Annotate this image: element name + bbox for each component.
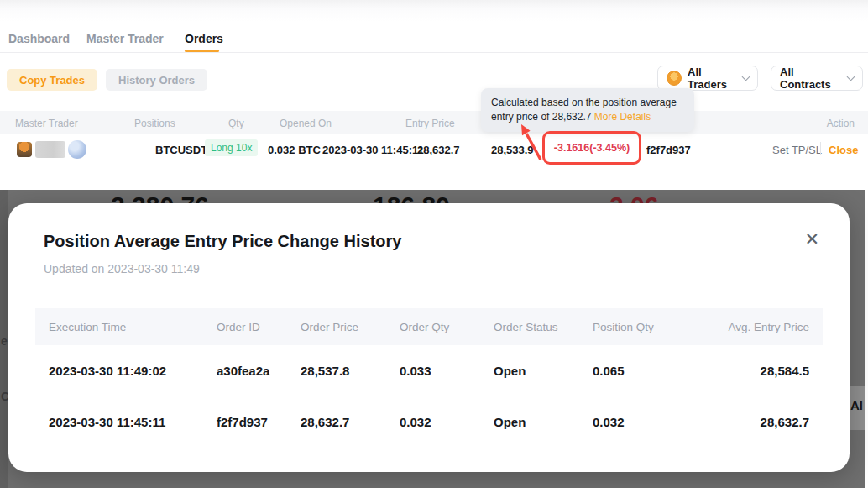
order-qty: 0.033 bbox=[386, 345, 480, 396]
entry-price-history-modal: Position Average Entry Price Change Hist… bbox=[8, 203, 850, 472]
order-price: 28,537.8 bbox=[287, 345, 386, 396]
modal-title: Position Average Entry Price Change Hist… bbox=[44, 232, 401, 251]
history-table-header: Execution Time Order ID Order Price Orde… bbox=[35, 308, 823, 345]
top-shadow bbox=[0, 0, 868, 22]
avg-entry-price: 28,632.7 bbox=[705, 396, 823, 448]
active-tab-underline bbox=[185, 50, 219, 52]
pnl-value: -3.1616(-3.45%) bbox=[554, 142, 630, 154]
annotation-arrow-icon bbox=[510, 119, 551, 165]
entry-price: 28,632.7 bbox=[417, 144, 460, 156]
all-contracts-dropdown[interactable]: All Contracts bbox=[771, 66, 863, 91]
chevron-down-icon bbox=[742, 72, 750, 81]
modal-overlay[interactable]: 2,280.76 USDT 186.80 USDT -2.06 USDT e C… bbox=[0, 190, 868, 488]
all-traders-dropdown[interactable]: All Traders bbox=[657, 66, 758, 91]
close-position-button[interactable]: Close bbox=[829, 144, 858, 156]
table-row: 2023-03-30 11:49:02 a30fea2a 28,537.8 0.… bbox=[35, 345, 823, 396]
trader-avatar-icon bbox=[667, 71, 682, 86]
history-table: Execution Time Order ID Order Price Orde… bbox=[35, 308, 823, 448]
opened-on: 2023-03-30 11:45:11 bbox=[322, 144, 424, 156]
action-divider bbox=[820, 142, 821, 155]
col-qty: Qty bbox=[228, 118, 244, 129]
edge-fragment-right: Al bbox=[850, 398, 863, 412]
col-opened-on: Opened On bbox=[280, 118, 332, 129]
edge-fragment-left-1: e bbox=[1, 334, 8, 348]
order-no: f2f7d937 bbox=[646, 144, 691, 156]
order-id: f2f7d937 bbox=[203, 396, 287, 448]
col-order-status: Order Status bbox=[480, 308, 579, 345]
set-tpsl-button[interactable]: Set TP/SL bbox=[772, 144, 822, 156]
screen: Dashboard Master Trader Orders Copy Trad… bbox=[0, 0, 868, 488]
copy-trades-button[interactable]: Copy Trades bbox=[7, 69, 97, 91]
col-avg-entry-price: Avg. Entry Price bbox=[705, 308, 823, 345]
more-details-link[interactable]: More Details bbox=[594, 111, 651, 123]
master-trader-name-redacted bbox=[35, 141, 65, 158]
scrollbar-gutter bbox=[865, 190, 868, 488]
globe-icon bbox=[68, 140, 86, 159]
symbol: BTCUSDT bbox=[155, 144, 207, 156]
order-id: a30fea2a bbox=[203, 345, 287, 396]
tabs-divider bbox=[0, 52, 868, 53]
execution-time: 2023-03-30 11:45:11 bbox=[35, 396, 203, 448]
master-trader-avatar bbox=[17, 142, 32, 157]
position-qty: 0.065 bbox=[579, 345, 705, 396]
modal-updated-timestamp: Updated on 2023-03-30 11:49 bbox=[44, 262, 200, 275]
col-order-qty: Order Qty bbox=[386, 308, 480, 345]
nav-tabs: Dashboard Master Trader Orders bbox=[0, 32, 868, 52]
row-border bbox=[0, 165, 868, 165]
order-price: 28,632.7 bbox=[287, 396, 386, 448]
all-traders-label: All Traders bbox=[688, 66, 737, 91]
order-status: Open bbox=[480, 396, 579, 448]
col-positions: Positions bbox=[134, 118, 175, 129]
table-row: 2023-03-30 11:45:11 f2f7d937 28,632.7 0.… bbox=[35, 396, 823, 448]
all-contracts-label: All Contracts bbox=[780, 66, 842, 91]
history-orders-button[interactable]: History Orders bbox=[106, 69, 207, 91]
chevron-down-icon bbox=[847, 72, 855, 81]
tab-orders[interactable]: Orders bbox=[185, 32, 223, 45]
col-action: Action bbox=[827, 118, 855, 129]
close-icon[interactable]: ✕ bbox=[804, 230, 819, 248]
col-order-id: Order ID bbox=[203, 308, 287, 345]
tab-dashboard[interactable]: Dashboard bbox=[8, 32, 70, 45]
tab-master-trader[interactable]: Master Trader bbox=[86, 32, 164, 45]
long-leverage-badge: Long 10x bbox=[205, 139, 258, 156]
col-execution-time: Execution Time bbox=[35, 308, 203, 345]
order-qty: 0.032 bbox=[386, 396, 480, 448]
col-entry-price: Entry Price bbox=[405, 118, 455, 129]
annotation-highlight-box: -3.1616(-3.45%) bbox=[542, 131, 641, 165]
position-qty: 0.032 BTC bbox=[268, 144, 321, 156]
order-status: Open bbox=[480, 345, 579, 396]
avg-entry-price: 28,584.5 bbox=[705, 345, 823, 396]
col-position-qty: Position Qty bbox=[579, 308, 705, 345]
col-order-price: Order Price bbox=[287, 308, 386, 345]
position-qty: 0.032 bbox=[579, 396, 705, 448]
col-master-trader: Master Trader bbox=[15, 118, 78, 129]
execution-time: 2023-03-30 11:49:02 bbox=[35, 345, 203, 396]
